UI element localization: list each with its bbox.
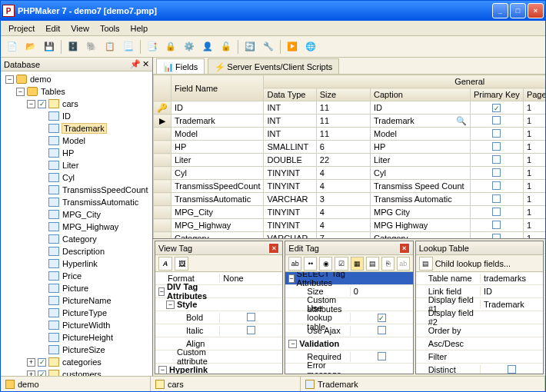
menu-help[interactable]: Help bbox=[126, 22, 153, 35]
table-name-value[interactable]: trademarks bbox=[480, 274, 543, 283]
table-row[interactable]: HPSMALLINT6HP1 bbox=[154, 141, 546, 154]
close-button[interactable]: × bbox=[528, 3, 544, 18]
radio-tag-icon[interactable]: ◉ bbox=[319, 257, 332, 271]
toolbar-new-icon[interactable]: 📄 bbox=[4, 38, 21, 55]
minimize-button[interactable]: _ bbox=[492, 3, 508, 18]
textarea-tag-icon[interactable]: ▤ bbox=[366, 257, 379, 271]
toolbar-sync-icon[interactable]: 🔄 bbox=[241, 38, 258, 55]
tree-node[interactable]: Description bbox=[5, 245, 152, 257]
tree-node[interactable]: PictureSize bbox=[5, 344, 152, 356]
tree-node[interactable]: −✓cars bbox=[5, 98, 152, 110]
menu-tools[interactable]: Tools bbox=[95, 22, 125, 35]
collapse-icon[interactable]: − bbox=[5, 75, 14, 84]
menu-view[interactable]: View bbox=[66, 22, 94, 35]
panel-close-icon[interactable]: × bbox=[399, 243, 410, 254]
expand-icon[interactable]: + bbox=[27, 370, 35, 377]
collapse-icon[interactable]: − bbox=[27, 100, 35, 108]
database-tree[interactable]: −demo−Tables−✓carsIDTrademarkModelHPLite… bbox=[1, 71, 152, 376]
menu-edit[interactable]: Edit bbox=[41, 22, 65, 35]
edit-tag-list[interactable]: −SELECT Tag Attributes Size0 Custom attr… bbox=[285, 272, 412, 374]
toolbar-browse-icon[interactable]: 🌐 bbox=[302, 38, 319, 55]
toolbar-html-icon[interactable]: 📋 bbox=[102, 38, 118, 55]
collapse-icon[interactable]: − bbox=[166, 301, 175, 309]
tree-checkbox[interactable]: ✓ bbox=[38, 100, 46, 108]
tree-node[interactable]: +✓customers bbox=[5, 368, 152, 376]
tree-node[interactable]: −Tables bbox=[5, 85, 152, 98]
pk-checkbox[interactable] bbox=[492, 155, 501, 164]
maximize-button[interactable]: □ bbox=[510, 3, 526, 18]
pk-checkbox[interactable] bbox=[492, 168, 501, 177]
tree-node[interactable]: Price bbox=[5, 270, 152, 282]
toolbar-css-icon[interactable]: 📃 bbox=[120, 38, 137, 55]
status-field[interactable]: Trademark bbox=[301, 377, 545, 391]
tree-node[interactable]: +✓categories bbox=[5, 356, 152, 368]
tree-node[interactable]: MPG_City bbox=[5, 208, 152, 221]
table-row[interactable]: CylTINYINT4Cyl1 bbox=[154, 167, 546, 180]
tree-node[interactable]: Liter bbox=[5, 159, 152, 171]
table-row[interactable]: CategoryVARCHAR7Category1 bbox=[154, 232, 546, 240]
table-row[interactable]: 🔑IDINT11ID✓1 bbox=[154, 101, 546, 115]
tree-checkbox[interactable]: ✓ bbox=[38, 358, 46, 367]
link-field-value[interactable]: ID bbox=[480, 287, 543, 296]
toolbar-copy-icon[interactable]: 📑 bbox=[144, 38, 161, 55]
tree-checkbox[interactable]: ✓ bbox=[38, 370, 46, 377]
collapse-icon[interactable]: − bbox=[288, 340, 297, 348]
expand-icon[interactable]: + bbox=[27, 358, 35, 367]
format-text-icon[interactable]: A bbox=[158, 257, 172, 271]
prop-format-value[interactable]: None bbox=[219, 274, 282, 283]
table-row[interactable]: ModelINT11Model1 bbox=[154, 128, 546, 141]
table-row[interactable]: TransmissSpeedCountTINYINT4Transmiss Spe… bbox=[154, 180, 546, 193]
tree-node[interactable]: Picture bbox=[5, 282, 152, 294]
status-db[interactable]: demo bbox=[1, 377, 151, 391]
tree-node[interactable]: Model bbox=[5, 135, 152, 147]
tree-node[interactable]: Category bbox=[5, 233, 152, 245]
toolbar-generate-icon[interactable]: ⚙️ bbox=[181, 38, 198, 55]
pk-checkbox[interactable] bbox=[492, 116, 501, 125]
tab-server-events[interactable]: ⚡Server Events/Client Scripts bbox=[208, 58, 339, 74]
toolbar-lock-icon[interactable]: 🔓 bbox=[218, 38, 235, 55]
toolbar-security-icon[interactable]: 🔒 bbox=[162, 38, 179, 55]
table-row[interactable]: ▶TrademarkINT11Trademark 🔍1 ⇅ bbox=[154, 115, 546, 128]
bold-checkbox[interactable] bbox=[247, 313, 255, 321]
use-ajax-checkbox[interactable] bbox=[378, 326, 386, 334]
menu-project[interactable]: Project bbox=[4, 22, 39, 35]
tree-node[interactable]: ID bbox=[5, 110, 152, 122]
tree-node[interactable]: MPG_Highway bbox=[5, 221, 152, 233]
pk-checkbox[interactable] bbox=[492, 194, 501, 203]
tree-node[interactable]: PictureType bbox=[5, 307, 152, 319]
toolbar-db-icon[interactable]: 🗄️ bbox=[65, 38, 82, 55]
tree-node[interactable]: PictureWidth bbox=[5, 319, 152, 331]
hidden-tag-icon[interactable]: ab bbox=[397, 257, 410, 271]
collapse-icon[interactable]: − bbox=[288, 274, 294, 283]
tab-fields[interactable]: 📊Fields bbox=[156, 58, 205, 74]
table-row[interactable]: MPG_HighwayTINYINT4MPG Highway1 bbox=[154, 219, 546, 232]
toolbar-run-icon[interactable]: ▶️ bbox=[284, 38, 301, 55]
tree-node[interactable]: Cyl bbox=[5, 171, 152, 184]
format-image-icon[interactable]: 🖼 bbox=[175, 257, 188, 271]
tree-node[interactable]: PictureHeight bbox=[5, 331, 152, 344]
table-row[interactable]: TransmissAutomaticVARCHAR3Transmiss Auto… bbox=[154, 193, 546, 206]
lookup-list[interactable]: Table nametrademarks Link fieldID Displa… bbox=[416, 272, 543, 374]
toolbar-php-icon[interactable]: 🐘 bbox=[83, 38, 100, 55]
tree-node[interactable]: HP bbox=[5, 147, 152, 159]
pk-checkbox[interactable] bbox=[492, 181, 501, 190]
status-table[interactable]: cars bbox=[151, 377, 301, 391]
toolbar-save-icon[interactable]: 💾 bbox=[41, 38, 58, 55]
table-row[interactable]: LiterDOUBLE22Liter1 bbox=[154, 154, 546, 167]
required-checkbox[interactable] bbox=[378, 352, 386, 360]
toolbar-open-icon[interactable]: 📂 bbox=[22, 38, 39, 55]
use-lookup-checkbox[interactable]: ✓ bbox=[378, 314, 386, 322]
display-1-value[interactable]: Trademark bbox=[480, 300, 543, 309]
fields-grid[interactable]: Field NameGeneralData TypeSizeCaptionPri… bbox=[153, 75, 545, 239]
pk-checkbox[interactable]: ✓ bbox=[492, 104, 501, 112]
tree-node[interactable]: Trademark bbox=[5, 122, 152, 135]
view-tag-list[interactable]: FormatNone −DIV Tag Attributes −Style Bo… bbox=[155, 272, 282, 374]
collapse-icon[interactable]: − bbox=[158, 287, 165, 296]
select-tag-icon[interactable]: ▦ bbox=[351, 257, 364, 271]
collapse-icon[interactable]: − bbox=[158, 366, 167, 374]
pk-checkbox[interactable] bbox=[492, 208, 501, 216]
pk-checkbox[interactable] bbox=[492, 142, 501, 151]
tree-node[interactable]: −demo bbox=[5, 73, 152, 85]
italic-checkbox[interactable] bbox=[247, 326, 255, 334]
child-lookup-label[interactable]: Child lookup fields... bbox=[435, 259, 511, 268]
